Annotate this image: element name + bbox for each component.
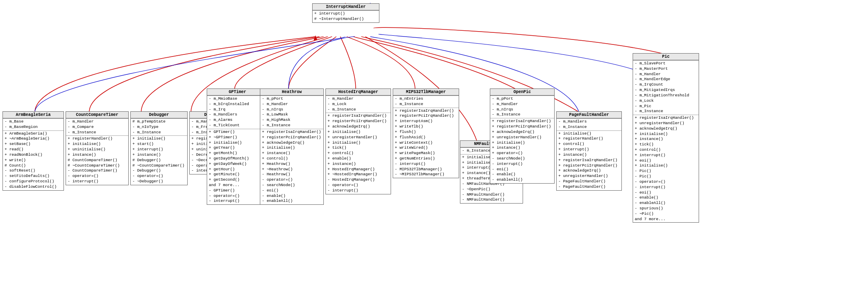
class-header-Heathrow: Heathrow [260, 89, 323, 96]
class-ArmBeagleSeria: ArmBeagleSeria - m_Base - m_BaseRegion +… [2, 111, 64, 191]
class-attrs-OpenPic: - m_pPort - m_Handler - m_nIrqs - m_Inst… [490, 96, 554, 118]
class-Debugger: Debugger # m_pTempState - m_nIoType - m_… [130, 111, 188, 185]
class-header-Pic: Pic [633, 54, 699, 60]
class-HostedIrqManager: HostedIrqManager - m_Handler - m_Lock - … [325, 88, 391, 194]
class-methods-Debugger: + initialise() + start() + interrupt() +… [131, 135, 187, 184]
class-attrs-Pic: - m_SlavePort - m_MasterPort - m_Handler… [633, 60, 699, 115]
class-GPTimer: GPTimer - m_MmioBase - m_bIrqInstalled -… [207, 88, 268, 205]
class-header-GPTimer: GPTimer [207, 89, 268, 96]
class-header-InterruptHandler: InterruptHandler [313, 4, 379, 10]
class-attrs-Heathrow: - m_pPort - m_Handler - m_nIrqs - m_LowM… [260, 96, 323, 129]
class-methods-PageFaultHandler: + initialise() + registerHandler() + con… [557, 130, 621, 190]
class-methods-CountCompareTimer: + registerHandler() + initialise() + uni… [66, 135, 128, 184]
class-attrs-HostedIrqManager: - m_Handler - m_Lock - m_Instance [326, 96, 391, 113]
class-InterruptHandler: InterruptHandler + interrupt() # ~Interr… [312, 3, 379, 23]
class-header-Debugger: Debugger [131, 112, 187, 118]
class-OpenPic: OpenPic - m_pPort - m_Handler - m_nIrqs … [490, 88, 555, 184]
class-attrs-CountCompareTimer: - m_Handler - m_Compare - m_Instance [66, 118, 128, 135]
class-methods-OpenPic: + registerIsaIrqHandler() + registerPciI… [490, 118, 554, 183]
class-header-HostedIrqManager: HostedIrqManager [326, 89, 391, 96]
class-methods-HostedIrqManager: + registerIsaIrqHandler() + registerPciI… [326, 113, 391, 194]
class-header-PageFaultHandler: PageFaultHandler [557, 112, 621, 118]
class-header-MIPS32TlbManager: MIPS32TlbManager [393, 89, 459, 96]
class-methods-InterruptHandler: + interrupt() # ~InterruptHandler() [313, 10, 379, 22]
class-header-OpenPic: OpenPic [490, 89, 554, 96]
class-attrs-Debugger: # m_pTempState - m_nIoType - m_Instance [131, 118, 187, 135]
class-attrs-MIPS32TlbManager: - m_nEntries - m_Instance [393, 96, 459, 108]
class-header-CountCompareTimer: CountCompareTimer [66, 112, 128, 118]
class-attrs-PageFaultHandler: - m_Handlers - m_Instance [557, 118, 621, 130]
diagram-container: InterruptHandler + interrupt() # ~Interr… [0, 0, 868, 302]
class-methods-Heathrow: + registerIsaIrqHandler() + registerPciI… [260, 129, 323, 204]
class-attrs-GPTimer: - m_MmioBase - m_bIrqInstalled - m_Irq -… [207, 96, 268, 129]
class-methods-Pic: + registerIsaIrqHandler() + unregisterHa… [633, 115, 699, 222]
class-CountCompareTimer: CountCompareTimer - m_Handler - m_Compar… [66, 111, 129, 185]
class-Heathrow: Heathrow - m_pPort - m_Handler - m_nIrqs… [260, 88, 324, 205]
class-header-ArmBeagleSeria: ArmBeagleSeria [3, 112, 64, 118]
class-MIPS32TlbManager: MIPS32TlbManager - m_nEntries - m_Instan… [393, 88, 459, 178]
class-PageFaultHandler: PageFaultHandler - m_Handlers - m_Instan… [556, 111, 622, 191]
class-methods-ArmBeagleSeria: + ArmBeagleSeria() + ~ArmBeagleSeria() +… [3, 130, 64, 190]
class-methods-GPTimer: + GPTimer() + ~GPTimer() + initialise() … [207, 129, 268, 204]
class-attrs-ArmBeagleSeria: - m_Base - m_BaseRegion [3, 118, 64, 130]
class-methods-MIPS32TlbManager: + registerIsaIrqHandler() + registerPciI… [393, 108, 459, 178]
class-Pic: Pic - m_SlavePort - m_MasterPort - m_Han… [633, 53, 699, 223]
